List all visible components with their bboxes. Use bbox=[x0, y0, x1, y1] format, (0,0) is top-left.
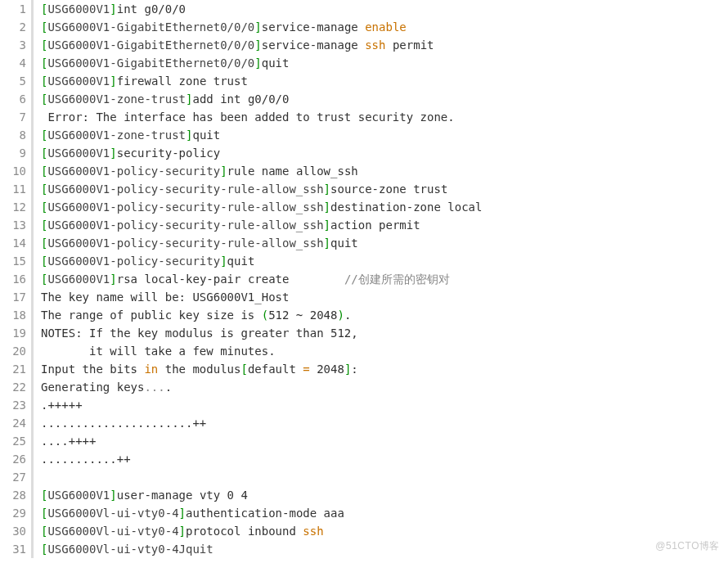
code-line: 28[USG6000V1]user-manage vty 0 4 bbox=[0, 486, 728, 504]
code-token: USG6000V1-GigabitEthernet0/0/0 bbox=[47, 38, 254, 52]
code-line: 23.+++++ bbox=[0, 396, 728, 414]
code-token: the modulus bbox=[158, 363, 240, 376]
line-number: 22 bbox=[0, 378, 31, 396]
code-token: The key name will be: USG6000V1_Host bbox=[41, 291, 289, 304]
gutter-bar bbox=[31, 486, 34, 504]
gutter-bar bbox=[31, 180, 34, 198]
gutter-bar bbox=[31, 216, 34, 234]
line-number: 12 bbox=[0, 198, 31, 216]
gutter-bar bbox=[31, 468, 34, 486]
line-number: 13 bbox=[0, 216, 31, 234]
code-token: ] bbox=[254, 38, 261, 52]
code-content: ....++++ bbox=[41, 432, 728, 450]
code-token: quit bbox=[330, 236, 358, 250]
code-token: Error: The interface has been added to t… bbox=[41, 110, 455, 124]
code-token: USG6000V1-zone-trust bbox=[47, 92, 186, 106]
code-token: source-zone trust bbox=[330, 182, 447, 196]
code-content: [USG6000V1-policy-security-rule-allow_ss… bbox=[41, 198, 728, 216]
code-token: ssh bbox=[365, 38, 385, 52]
code-token: USG6000V1-policy-security bbox=[47, 254, 220, 268]
code-token: NOTES: If the key modulus is greater tha… bbox=[41, 327, 358, 340]
code-token: in bbox=[144, 363, 158, 376]
code-token: USG6000V1-zone-trust bbox=[47, 128, 186, 142]
line-number: 24 bbox=[0, 414, 31, 432]
code-token: ] bbox=[324, 182, 330, 196]
code-content: [USG6000V1-policy-security-rule-allow_ss… bbox=[41, 216, 728, 234]
code-content: [USG6000V1-GigabitEthernet0/0/0]service-… bbox=[41, 36, 728, 54]
line-number: 16 bbox=[0, 270, 31, 288]
code-content: [USG6000V1]user-manage vty 0 4 bbox=[41, 486, 728, 504]
code-token: ] bbox=[110, 272, 116, 286]
code-content: .+++++ bbox=[41, 396, 728, 414]
gutter-bar bbox=[31, 162, 34, 180]
code-token: [ bbox=[240, 363, 247, 376]
code-line: 21Input the bits in the modulus[default … bbox=[0, 360, 728, 378]
line-number: 21 bbox=[0, 360, 31, 378]
gutter-bar bbox=[31, 252, 34, 270]
gutter-bar bbox=[31, 522, 34, 540]
code-line: 22Generating keys.... bbox=[0, 378, 728, 396]
code-line: 14[USG6000V1-policy-security-rule-allow_… bbox=[0, 234, 728, 252]
code-token: 2048 bbox=[310, 363, 344, 376]
line-number: 2 bbox=[0, 18, 31, 36]
code-token: ... bbox=[144, 381, 164, 394]
code-line: 18The range of public key size is (512 ~… bbox=[0, 306, 728, 324]
code-token: it will take a few minutes. bbox=[41, 345, 276, 358]
gutter-bar bbox=[31, 270, 34, 288]
line-number: 25 bbox=[0, 432, 31, 450]
code-token: USG6000Vl-ui-vty0-4Jquit bbox=[47, 543, 213, 556]
code-token: USG6000V1 bbox=[47, 74, 110, 88]
line-number: 27 bbox=[0, 468, 31, 486]
code-content: [USG6000V1]int g0/0/0 bbox=[41, 0, 728, 18]
code-content: The key name will be: USG6000V1_Host bbox=[41, 288, 728, 306]
code-token: ...........++ bbox=[41, 453, 131, 466]
code-token: USG6000V1 bbox=[47, 489, 110, 502]
code-content: it will take a few minutes. bbox=[41, 342, 728, 360]
code-token: ....++++ bbox=[41, 435, 96, 448]
code-line: 11[USG6000V1-policy-security-rule-allow_… bbox=[0, 180, 728, 198]
line-number: 18 bbox=[0, 306, 31, 324]
gutter-bar bbox=[31, 540, 34, 558]
code-token: USG6000V1-policy-security-rule-allow_ssh bbox=[47, 236, 323, 250]
code-token: USG6000V1-policy-security-rule-allow_ssh bbox=[47, 218, 323, 232]
code-token: ] bbox=[179, 507, 186, 520]
gutter-bar bbox=[31, 342, 34, 360]
gutter-bar bbox=[31, 432, 34, 450]
gutter-bar bbox=[31, 36, 34, 54]
line-number: 19 bbox=[0, 324, 31, 342]
gutter-bar bbox=[31, 288, 34, 306]
code-line: 15[USG6000V1-policy-security]quit bbox=[0, 252, 728, 270]
line-number: 26 bbox=[0, 450, 31, 468]
line-number: 8 bbox=[0, 126, 31, 144]
code-content: [USG6000V1-policy-security-rule-allow_ss… bbox=[41, 180, 728, 198]
code-line: 31[USG6000Vl-ui-vty0-4Jquit bbox=[0, 540, 728, 558]
code-token: service-manage bbox=[262, 20, 365, 34]
line-number: 15 bbox=[0, 252, 31, 270]
code-token: int g0/0/0 bbox=[117, 2, 186, 16]
watermark-text: @51CTO博客 bbox=[655, 539, 720, 553]
code-token: ] bbox=[110, 74, 116, 88]
gutter-bar bbox=[31, 90, 34, 108]
code-token: ] bbox=[220, 164, 227, 178]
code-token: ] bbox=[179, 525, 186, 538]
code-token: ] bbox=[324, 218, 330, 232]
line-number: 23 bbox=[0, 396, 31, 414]
code-token: quit bbox=[262, 56, 290, 70]
code-token: user-manage vty 0 4 bbox=[117, 489, 248, 502]
code-token: : bbox=[351, 363, 357, 376]
code-line: 29[USG6000Vl-ui-vty0-4]authentication-mo… bbox=[0, 504, 728, 522]
code-token: //创建所需的密钥对 bbox=[344, 272, 450, 286]
code-line: 4[USG6000V1-GigabitEthernet0/0/0]quit bbox=[0, 54, 728, 72]
code-token: security-policy bbox=[117, 146, 220, 160]
gutter-bar bbox=[31, 144, 34, 162]
code-token: protocol inbound bbox=[186, 525, 303, 538]
code-token: USG6000V1-policy-security-rule-allow_ssh bbox=[47, 182, 323, 196]
code-content: [USG6000V1-zone-trust]add int g0/0/0 bbox=[41, 90, 728, 108]
code-line: 8[USG6000V1-zone-trust]quit bbox=[0, 126, 728, 144]
code-token: default bbox=[248, 363, 303, 376]
code-content: [USG6000V1-policy-security-rule-allow_ss… bbox=[41, 234, 728, 252]
code-content: [USG6000V1]rsa local-key-pair create //创… bbox=[41, 270, 728, 288]
line-number: 31 bbox=[0, 540, 31, 558]
code-token: ] bbox=[324, 236, 330, 250]
line-number: 30 bbox=[0, 522, 31, 540]
